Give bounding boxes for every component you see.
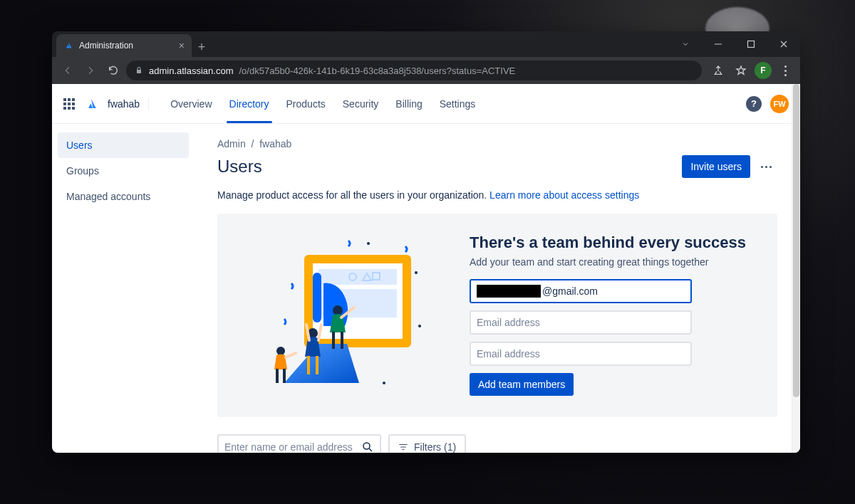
app-switcher-icon[interactable]	[63, 98, 75, 110]
filters-button[interactable]: Filters (1)	[388, 434, 466, 453]
share-icon[interactable]	[709, 61, 727, 80]
url-path: /o/dk57a5b0-426k-141b-6k19-63c8a3a8j538/…	[239, 65, 516, 76]
svg-point-19	[383, 382, 385, 384]
user-search-box[interactable]	[217, 434, 381, 453]
url-host: admin.atlassian.com	[149, 65, 234, 76]
browser-tab-title: Administration	[79, 41, 173, 51]
header-tabs: Overview Directory Products Security Bil…	[162, 84, 484, 123]
caret-down-icon[interactable]	[669, 31, 702, 57]
browser-window: Administration × + admin.atlassian.com/o…	[52, 31, 800, 453]
browser-tab[interactable]: Administration ×	[56, 34, 192, 57]
svg-point-14	[276, 347, 285, 355]
breadcrumb-leaf[interactable]: fwahab	[259, 138, 291, 149]
email-input-3[interactable]	[477, 348, 685, 359]
atlassian-logo-icon[interactable]	[85, 98, 98, 110]
page-title: Users	[217, 157, 262, 177]
browser-profile-avatar[interactable]: F	[755, 62, 772, 79]
add-team-members-button[interactable]: Add team members	[470, 373, 574, 396]
panel-subtext: Add your team and start creating great t…	[470, 256, 746, 268]
page-description: Manage product access for all the users …	[217, 189, 777, 201]
panel-heading: There's a team behind every success	[470, 233, 746, 252]
svg-point-20	[415, 271, 418, 274]
email-input-2[interactable]	[477, 317, 685, 328]
main-content: Admin / fwahab Users Invite users Manage…	[195, 124, 800, 453]
tab-billing[interactable]: Billing	[387, 84, 430, 123]
svg-rect-13	[316, 356, 318, 374]
redacted-email-local	[477, 285, 541, 298]
nav-forward-button[interactable]	[81, 61, 100, 80]
invite-users-button[interactable]: Invite users	[682, 155, 750, 178]
window-close-button[interactable]	[767, 31, 800, 57]
help-icon[interactable]: ?	[746, 96, 762, 112]
email-suffix: @gmail.com	[542, 285, 598, 297]
svg-rect-3	[318, 269, 397, 285]
svg-point-17	[367, 242, 370, 245]
learn-more-link[interactable]: Learn more about access settings	[489, 189, 639, 201]
svg-rect-12	[307, 356, 310, 374]
email-field-2[interactable]	[470, 310, 692, 335]
sidebar-item-managed-accounts[interactable]: Managed accounts	[58, 184, 189, 209]
nav-back-button[interactable]	[58, 61, 78, 80]
nav-reload-button[interactable]	[103, 61, 123, 80]
bookmark-star-icon[interactable]	[732, 61, 750, 80]
email-field-1[interactable]: @gmail.com	[470, 279, 692, 303]
svg-point-18	[418, 325, 421, 327]
description-text: Manage product access for all the users …	[217, 189, 489, 201]
new-tab-button[interactable]: +	[192, 37, 212, 57]
sidebar-item-users[interactable]: Users	[58, 132, 189, 158]
url-bar[interactable]: admin.atlassian.com/o/dk57a5b0-426k-141b…	[126, 61, 702, 80]
svg-rect-10	[341, 332, 343, 349]
org-name[interactable]: fwahab	[108, 98, 149, 110]
svg-rect-15	[276, 369, 279, 383]
window-maximize-button[interactable]	[735, 31, 767, 57]
tab-security[interactable]: Security	[334, 84, 388, 123]
user-avatar[interactable]: FW	[770, 95, 789, 113]
browser-address-bar: admin.atlassian.com/o/dk57a5b0-426k-141b…	[52, 57, 800, 84]
app-page: fwahab Overview Directory Products Secur…	[52, 84, 800, 453]
sidebar: Users Groups Managed accounts	[52, 124, 195, 453]
search-icon	[361, 441, 374, 453]
atlassian-favicon-icon	[63, 41, 73, 51]
filter-icon	[398, 442, 408, 452]
svg-rect-7	[313, 273, 321, 322]
vertical-scrollbar[interactable]	[792, 84, 800, 453]
tab-close-icon[interactable]: ×	[179, 40, 185, 51]
browser-titlebar: Administration × +	[52, 31, 800, 57]
more-actions-button[interactable]	[755, 155, 777, 178]
svg-rect-16	[283, 369, 286, 383]
tab-settings[interactable]: Settings	[431, 84, 484, 123]
tab-overview[interactable]: Overview	[162, 84, 220, 123]
email-field-3[interactable]	[470, 342, 692, 366]
invite-panel: There's a team behind every success Add …	[217, 214, 777, 417]
scrollbar-thumb[interactable]	[793, 84, 799, 397]
svg-rect-0	[748, 41, 755, 48]
app-header: fwahab Overview Directory Products Secur…	[52, 84, 800, 124]
tab-products[interactable]: Products	[278, 84, 334, 123]
breadcrumb-root[interactable]: Admin	[217, 138, 246, 149]
breadcrumb: Admin / fwahab	[217, 138, 777, 149]
team-illustration	[242, 233, 441, 397]
user-search-input[interactable]	[224, 441, 361, 453]
svg-point-21	[363, 443, 370, 449]
svg-point-8	[333, 305, 343, 315]
tab-directory[interactable]: Directory	[221, 84, 278, 123]
svg-rect-9	[332, 332, 335, 349]
lock-icon	[135, 66, 143, 75]
browser-menu-button[interactable]	[776, 61, 794, 80]
window-minimize-button[interactable]	[702, 31, 735, 57]
sidebar-item-groups[interactable]: Groups	[58, 158, 189, 184]
filters-label: Filters (1)	[414, 441, 456, 453]
